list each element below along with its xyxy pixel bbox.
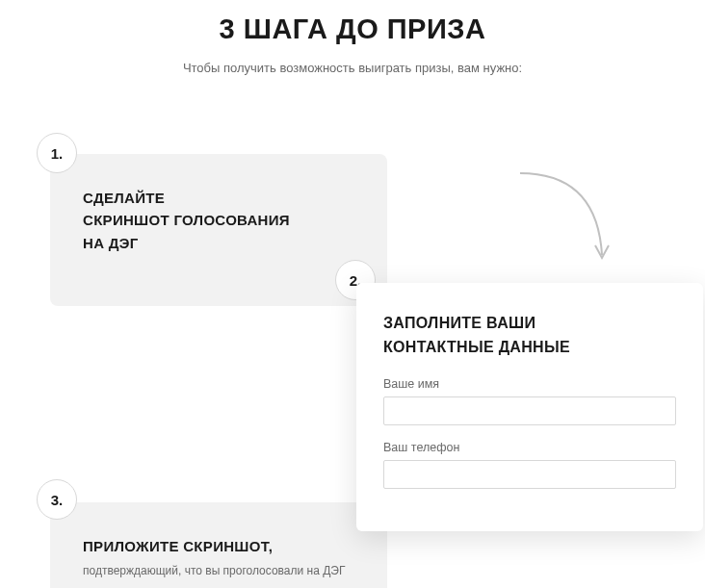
- phone-input[interactable]: [383, 460, 676, 489]
- step-1-badge: 1.: [37, 133, 77, 173]
- name-input[interactable]: [383, 396, 676, 425]
- page-title: 3 ШАГА ДО ПРИЗА: [0, 13, 705, 45]
- step-3-subtext: подтверждающий, что вы проголосовали на …: [83, 563, 358, 579]
- name-label: Ваше имя: [383, 377, 676, 391]
- step-1-title-line2: СКРИНШОТ ГОЛОСОВАНИЯ: [83, 212, 290, 228]
- step-1-number: 1.: [51, 145, 64, 162]
- phone-label: Ваш телефон: [383, 441, 676, 454]
- step-3-badge: 3.: [37, 479, 77, 520]
- step-3-title: ПРИЛОЖИТЕ СКРИНШОТ,: [83, 535, 358, 557]
- step-1-title-line3: НА ДЭГ: [83, 235, 139, 251]
- step-2-title-line1: ЗАПОЛНИТЕ ВАШИ: [383, 315, 535, 331]
- page-subtitle: Чтобы получить возможность выиграть приз…: [0, 61, 705, 75]
- step-3-number: 3.: [51, 492, 64, 508]
- step-2-title-line2: КОНТАКТНЫЕ ДАННЫЕ: [383, 339, 570, 355]
- step-1-title-line1: СДЕЛАЙТЕ: [83, 190, 165, 206]
- arrow-icon: [510, 164, 626, 283]
- step-1-title: СДЕЛАЙТЕ СКРИНШОТ ГОЛОСОВАНИЯ НА ДЭГ: [83, 187, 358, 254]
- steps-container: 1. СДЕЛАЙТЕ СКРИНШОТ ГОЛОСОВАНИЯ НА ДЭГ …: [0, 94, 705, 588]
- step-3-card: ПРИЛОЖИТЕ СКРИНШОТ, подтверждающий, что …: [50, 502, 387, 588]
- step-2-form-panel: ЗАПОЛНИТЕ ВАШИ КОНТАКТНЫЕ ДАННЫЕ Ваше им…: [356, 283, 703, 531]
- step-2-title: ЗАПОЛНИТЕ ВАШИ КОНТАКТНЫЕ ДАННЫЕ: [383, 312, 676, 360]
